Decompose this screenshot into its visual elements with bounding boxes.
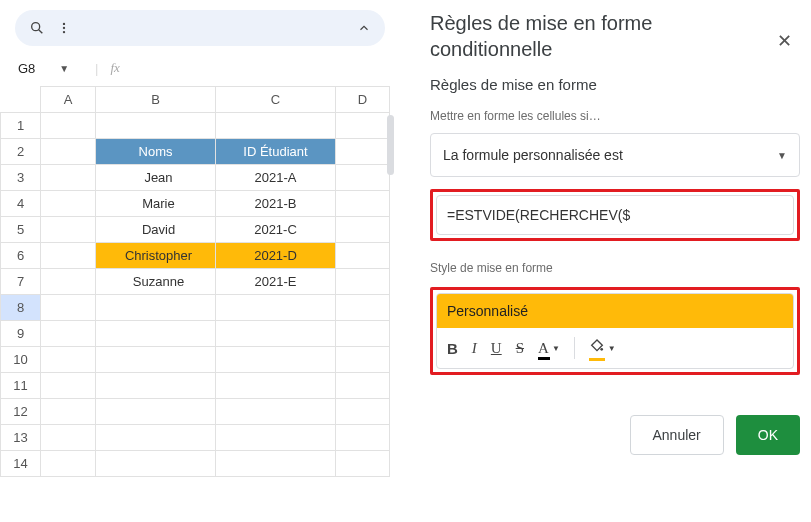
format-toolbar: B I U S A▼ ▼ bbox=[437, 328, 793, 368]
row-header[interactable]: 2 bbox=[1, 139, 41, 165]
row-header[interactable]: 5 bbox=[1, 217, 41, 243]
col-header[interactable]: B bbox=[96, 87, 216, 113]
underline-button[interactable]: U bbox=[491, 340, 502, 357]
ok-button[interactable]: OK bbox=[736, 415, 800, 455]
row-header[interactable]: 12 bbox=[1, 399, 41, 425]
panel-subtitle: Règles de mise en forme bbox=[430, 76, 800, 93]
svg-point-0 bbox=[32, 23, 40, 31]
highlight-box: =ESTVIDE(RECHERCHEV($ bbox=[430, 189, 800, 241]
row-header[interactable]: 8 bbox=[1, 295, 41, 321]
paint-bucket-icon bbox=[589, 338, 605, 358]
formula-text: =ESTVIDE(RECHERCHEV($ bbox=[447, 207, 630, 223]
chevron-up-icon[interactable] bbox=[357, 21, 371, 35]
cell-id[interactable]: 2021-E bbox=[216, 269, 336, 295]
highlight-box: Personnalisé B I U S A▼ ▼ bbox=[430, 287, 800, 375]
condition-select[interactable]: La formule personnalisée est ▼ bbox=[430, 133, 800, 177]
cell-reference: G8 bbox=[18, 61, 35, 76]
name-box[interactable]: G8 ▼ bbox=[18, 61, 83, 76]
more-vert-icon[interactable] bbox=[57, 21, 71, 35]
svg-point-2 bbox=[63, 23, 65, 25]
strikethrough-button[interactable]: S bbox=[516, 340, 524, 357]
table-header-names[interactable]: Noms bbox=[96, 139, 216, 165]
cell-id[interactable]: 2021-A bbox=[216, 165, 336, 191]
italic-button[interactable]: I bbox=[472, 340, 477, 357]
cell-name[interactable]: Christopher bbox=[96, 243, 216, 269]
format-if-label: Mettre en forme les cellules si… bbox=[430, 109, 800, 123]
condition-value: La formule personnalisée est bbox=[443, 147, 623, 163]
row-header[interactable]: 10 bbox=[1, 347, 41, 373]
button-row: Annuler OK bbox=[430, 415, 800, 455]
cell-name[interactable]: Marie bbox=[96, 191, 216, 217]
row-header[interactable]: 4 bbox=[1, 191, 41, 217]
row-header[interactable]: 3 bbox=[1, 165, 41, 191]
svg-point-3 bbox=[63, 27, 65, 29]
table-header-id[interactable]: ID Étudiant bbox=[216, 139, 336, 165]
svg-point-4 bbox=[63, 31, 65, 33]
caret-down-icon: ▼ bbox=[59, 63, 69, 74]
cell-id[interactable]: 2021-B bbox=[216, 191, 336, 217]
style-name: Personnalisé bbox=[447, 303, 528, 319]
svg-point-5 bbox=[600, 348, 603, 351]
cell-id[interactable]: 2021-D bbox=[216, 243, 336, 269]
grid-corner[interactable] bbox=[1, 87, 41, 113]
spreadsheet-grid[interactable]: A B C D 1 2 Noms ID Étudiant 3Jean2021-A… bbox=[0, 86, 390, 477]
row-header[interactable]: 7 bbox=[1, 269, 41, 295]
formula-input[interactable]: =ESTVIDE(RECHERCHEV($ bbox=[436, 195, 794, 235]
style-box: Personnalisé B I U S A▼ ▼ bbox=[436, 293, 794, 369]
toolbar bbox=[15, 10, 385, 46]
search-icon[interactable] bbox=[29, 20, 45, 36]
cell-name[interactable]: Jean bbox=[96, 165, 216, 191]
style-label: Style de mise en forme bbox=[430, 261, 800, 275]
row-header[interactable]: 14 bbox=[1, 451, 41, 477]
close-icon[interactable]: ✕ bbox=[777, 30, 792, 52]
col-header[interactable]: A bbox=[41, 87, 96, 113]
cell-name[interactable]: Suzanne bbox=[96, 269, 216, 295]
conditional-format-panel: Règles de mise en forme conditionnelle ✕… bbox=[430, 10, 800, 520]
caret-down-icon: ▼ bbox=[777, 150, 787, 161]
style-preview[interactable]: Personnalisé bbox=[437, 294, 793, 328]
cancel-button[interactable]: Annuler bbox=[630, 415, 724, 455]
fill-color-button[interactable]: ▼ bbox=[589, 338, 616, 358]
svg-line-1 bbox=[39, 30, 43, 34]
fx-label: fx bbox=[110, 60, 119, 76]
panel-title: Règles de mise en forme conditionnelle bbox=[430, 10, 800, 62]
separator bbox=[574, 337, 575, 359]
row-header[interactable]: 11 bbox=[1, 373, 41, 399]
row-header[interactable]: 9 bbox=[1, 321, 41, 347]
cell-name[interactable]: David bbox=[96, 217, 216, 243]
cell-id[interactable]: 2021-C bbox=[216, 217, 336, 243]
text-color-button[interactable]: A▼ bbox=[538, 340, 560, 357]
col-header[interactable]: C bbox=[216, 87, 336, 113]
name-box-row: G8 ▼ | fx bbox=[0, 54, 400, 82]
row-header[interactable]: 13 bbox=[1, 425, 41, 451]
row-header[interactable]: 1 bbox=[1, 113, 41, 139]
bold-button[interactable]: B bbox=[447, 340, 458, 357]
scrollbar[interactable] bbox=[387, 115, 394, 175]
row-header[interactable]: 6 bbox=[1, 243, 41, 269]
col-header[interactable]: D bbox=[336, 87, 390, 113]
